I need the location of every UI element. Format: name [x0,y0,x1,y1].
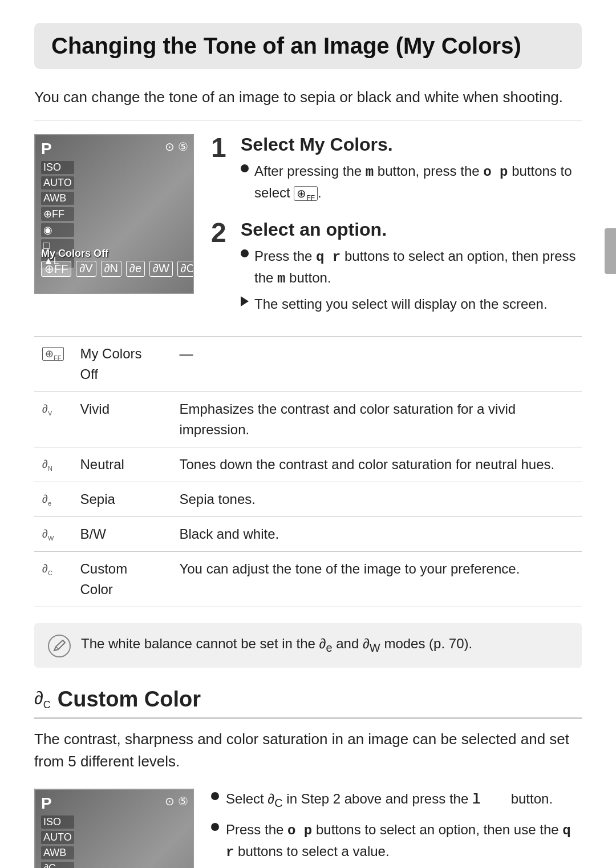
step-1-bullets: After pressing the m button, press the o… [241,161,582,203]
step-2-bullet-1-text: Press the q r buttons to select an optio… [254,246,582,289]
table-row: ∂C Custom Color You can adjust the tone … [34,552,582,607]
cam2-icons-left: ISO AUTO AWB ∂C ◉ □ ▲L [41,815,74,868]
bullet-circle-icon [241,164,249,172]
table-row: ∂V Vivid Emphasizes the contrast and col… [34,392,582,447]
cam2-top-right: ⊙ ⑤ [165,794,188,808]
custom-bullet-1: Select ∂C in Step 2 above and press the … [211,789,582,812]
step-section: P ⊙ ⑤ ISO AUTO AWB ⊕FF ◉ □ ▲L My Colors … [34,134,582,319]
table-cell-symbol: ∂C [34,552,72,607]
custom-color-desc: The contrast, sharpness and color satura… [34,728,582,773]
cam2-p-label: P [41,794,52,813]
options-table: ⊕FF My Colors Off — ∂V Vivid Emphasizes … [34,336,582,607]
table-cell-desc: — [171,337,582,392]
cam-bottom-icons: ⊕FF ∂V ∂N ∂e ∂W ∂C [41,261,194,277]
cam-top-right: ⊙ ⑤ [165,140,188,154]
camera-image-2: P ⊙ ⑤ ISO AUTO AWB ∂C ◉ □ ▲L Custom Colo… [34,789,194,868]
cam2-icon-myc: ∂C [41,862,74,868]
table-cell-desc: Emphasizes the contrast and color satura… [171,392,582,447]
table-cell-name: My Colors Off [72,337,171,392]
cam-icon-se: ∂e [126,261,145,277]
table-cell-name: B/W [72,517,171,552]
cam-mycolors-label: My Colors Off [41,248,108,260]
right-tab [605,228,616,274]
steps-right: 1 Select My Colors. After pressing the m… [211,134,582,319]
note-text: The white balance cannot be set in the ∂… [81,633,472,656]
bullet-circle-icon-4 [211,823,219,831]
camera-image-1: P ⊙ ⑤ ISO AUTO AWB ⊕FF ◉ □ ▲L My Colors … [34,134,194,294]
table-cell-symbol: ∂N [34,447,72,482]
step-1-number: 1 [211,134,232,162]
table-cell-desc: Tones down the contrast and color satura… [171,447,582,482]
table-row: ∂N Neutral Tones down the contrast and c… [34,447,582,482]
table-cell-desc: Black and white. [171,517,582,552]
step-1-heading: Select My Colors. [241,134,582,155]
title-box: Changing the Tone of an Image (My Colors… [34,23,582,69]
cam-icon-auto: AUTO [41,176,74,189]
custom-color-icon: ∂C [34,688,51,711]
cam-icon-c: ∂C [177,261,194,277]
intro-text: You can change the tone of an image to s… [34,86,582,108]
custom-color-title: Custom Color [58,687,201,712]
custom-color-heading: ∂C Custom Color [34,687,582,719]
step-2-content: Select an option. Press the q r buttons … [241,219,582,319]
cam-icon-v: ∂V [76,261,96,277]
custom-color-bullets: Select ∂C in Step 2 above and press the … [211,789,582,868]
table-row: ⊕FF My Colors Off — [34,337,582,392]
table-cell-symbol: ∂e [34,482,72,517]
table-cell-desc: You can adjust the tone of the image to … [171,552,582,607]
table-cell-symbol: ⊕FF [34,337,72,392]
note-icon [48,635,71,657]
step-2: 2 Select an option. Press the q r button… [211,219,582,319]
cam2-icon-auto: AUTO [41,831,74,844]
cam-icon-cam: ◉ [41,223,74,237]
table-cell-name: Sepia [72,482,171,517]
bullet-circle-icon-3 [211,792,219,800]
step-2-bullet-2: The setting you select will display on t… [241,294,582,314]
step-2-number: 2 [211,219,232,247]
pencil-icon [51,638,67,654]
custom-color-section: P ⊙ ⑤ ISO AUTO AWB ∂C ◉ □ ▲L Custom Colo… [34,789,582,868]
note-box: The white balance cannot be set in the ∂… [34,623,582,668]
cam-icon-myc: ⊕FF [41,207,74,221]
camera-image-2-inner: P ⊙ ⑤ ISO AUTO AWB ∂C ◉ □ ▲L Custom Colo… [35,790,193,868]
table-cell-symbol: ∂W [34,517,72,552]
step-1: 1 Select My Colors. After pressing the m… [211,134,582,208]
table-row: ∂e Sepia Sepia tones. [34,482,582,517]
step-1-content: Select My Colors. After pressing the m b… [241,134,582,208]
divider [34,120,582,120]
table-cell-symbol: ∂V [34,392,72,447]
cam-icon-awb: AWB [41,192,74,205]
cam-icon-iso: ISO [41,161,74,174]
custom-bullet-1-text: Select ∂C in Step 2 above and press the … [226,789,553,812]
cam2-icon-iso: ISO [41,815,74,829]
custom-bullet-2-text: Press the o p buttons to select an optio… [226,819,582,863]
page-title: Changing the Tone of an Image (My Colors… [51,33,521,58]
cam-icon-w: ∂W [149,261,173,277]
step-2-bullet-1: Press the q r buttons to select an optio… [241,246,582,289]
table-cell-name: Neutral [72,447,171,482]
table-cell-name: Custom Color [72,552,171,607]
step-2-heading: Select an option. [241,219,582,240]
page-wrapper: Changing the Tone of an Image (My Colors… [0,0,616,868]
step-1-bullet-1: After pressing the m button, press the o… [241,161,582,203]
bullet-circle-icon-2 [241,249,249,257]
step-2-bullet-2-text: The setting you select will display on t… [254,294,548,314]
bullet-triangle-icon [241,296,249,306]
table-cell-name: Vivid [72,392,171,447]
cam-p-label: P [41,140,52,158]
custom-bullet-2: Press the o p buttons to select an optio… [211,819,582,863]
step-1-bullet-1-text: After pressing the m button, press the o… [254,161,582,203]
camera-image-1-inner: P ⊙ ⑤ ISO AUTO AWB ⊕FF ◉ □ ▲L My Colors … [35,135,193,293]
table-row: ∂W B/W Black and white. [34,517,582,552]
cam-icon-off: ⊕FF [41,261,71,277]
cam2-icon-awb: AWB [41,846,74,859]
step-2-bullets: Press the q r buttons to select an optio… [241,246,582,314]
cam-icon-n: ∂N [101,261,121,277]
table-cell-desc: Sepia tones. [171,482,582,517]
